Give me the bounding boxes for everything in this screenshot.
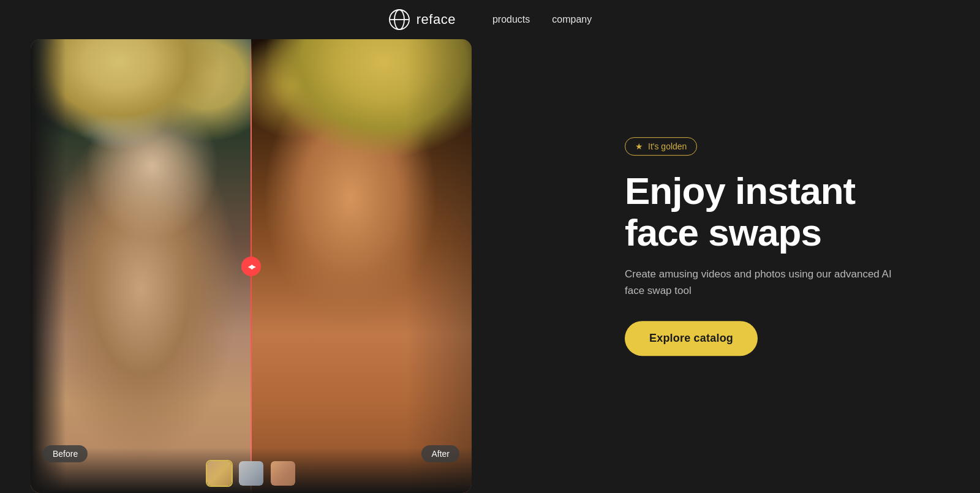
hero-subtitle: Create amusing videos and photos using o… bbox=[625, 266, 907, 299]
golden-badge: ★ It's golden bbox=[625, 137, 697, 156]
thumb-3[interactable] bbox=[270, 460, 296, 487]
hero-title-line2: face swaps bbox=[625, 211, 821, 254]
badge-text: It's golden bbox=[648, 141, 687, 151]
face-before bbox=[31, 39, 251, 493]
hair-overlay-left bbox=[31, 39, 251, 493]
thumb-1[interactable] bbox=[206, 460, 233, 487]
thumbnail-strip bbox=[206, 460, 296, 487]
reface-logo-icon bbox=[388, 9, 410, 31]
hero-image-container: ◂▸ Before After bbox=[31, 39, 472, 493]
logo[interactable]: reface bbox=[388, 9, 456, 31]
thumb-img-2 bbox=[239, 461, 263, 486]
nav-products[interactable]: products bbox=[492, 14, 530, 25]
thumb-img-3 bbox=[271, 461, 295, 486]
label-after: After bbox=[421, 445, 459, 462]
cta-button[interactable]: Explore catalog bbox=[625, 321, 758, 356]
nav-links: products company bbox=[492, 14, 592, 25]
hero-title-line1: Enjoy instant bbox=[625, 170, 855, 212]
star-icon: ★ bbox=[635, 141, 643, 151]
hero-content: ★ It's golden Enjoy instant face swaps C… bbox=[625, 137, 907, 356]
label-before: Before bbox=[43, 445, 88, 462]
drag-handle[interactable]: ◂▸ bbox=[241, 257, 261, 276]
thumb-img-1 bbox=[207, 461, 232, 486]
face-after bbox=[251, 39, 472, 493]
hair-overlay-right bbox=[251, 39, 472, 493]
thumb-2[interactable] bbox=[238, 460, 265, 487]
drag-handle-arrows: ◂▸ bbox=[248, 262, 254, 271]
hero-title: Enjoy instant face swaps bbox=[625, 170, 907, 254]
navbar: reface products company bbox=[0, 0, 980, 39]
logo-text: reface bbox=[417, 12, 456, 28]
nav-company[interactable]: company bbox=[552, 14, 592, 25]
